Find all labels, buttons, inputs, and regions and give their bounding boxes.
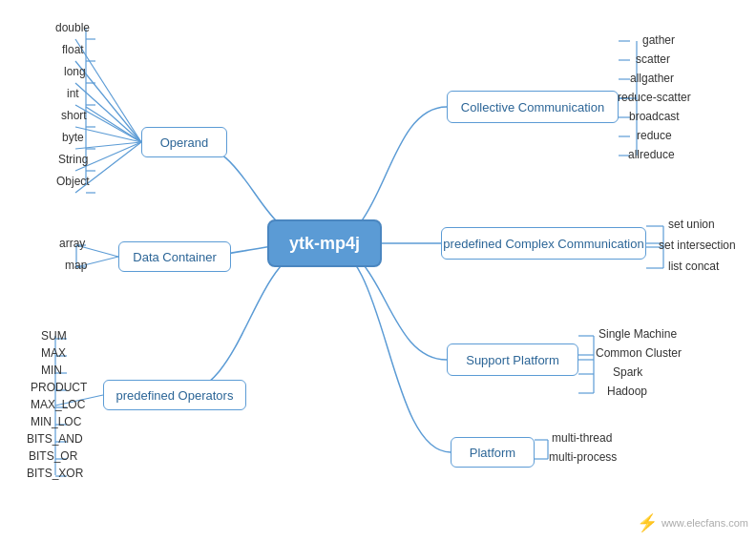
leaf-commoncluster: Common Cluster (596, 346, 682, 360)
leaf-allreduce: allreduce (628, 148, 675, 161)
leaf-reduce: reduce (637, 129, 672, 142)
center-node: ytk-mp4j (267, 219, 382, 267)
leaf-maxloc: MAX_LOC (31, 398, 85, 411)
leaf-reducescatter: reduce-scatter (618, 91, 691, 104)
leaf-short: short (61, 109, 87, 122)
predefined-operators-node: predefined Operators (103, 380, 246, 410)
leaf-float: float (62, 43, 84, 56)
leaf-multiprocess: multi-process (549, 450, 617, 464)
leaf-allgather: allgather (630, 72, 674, 85)
leaf-hadoop: Hadoop (607, 385, 647, 398)
leaf-singlemachine: Single Machine (598, 327, 677, 341)
leaf-scatter: scatter (636, 52, 670, 66)
leaf-minloc: MIN_LOC (31, 415, 81, 428)
data-container-node: Data Container (118, 241, 231, 272)
leaf-map: map (65, 259, 87, 272)
svg-line-5 (75, 142, 141, 149)
leaf-string: String (58, 153, 88, 166)
leaf-multithread: multi-thread (552, 431, 612, 445)
leaf-sum: SUM (41, 329, 67, 343)
leaf-spark: Spark (613, 365, 642, 379)
svg-line-4 (75, 127, 141, 142)
leaf-gather: gather (642, 33, 675, 47)
leaf-double: double (55, 21, 90, 34)
leaf-int: int (67, 87, 79, 100)
operand-node: Operand (141, 127, 227, 157)
collective-communication-node: Collective Communication (447, 91, 619, 123)
support-platform-node: Support Platform (447, 343, 578, 376)
watermark: ⚡ www.elecfans.com (637, 512, 748, 533)
predefined-complex-node: predefined Complex Communication (441, 227, 646, 260)
leaf-broadcast: broadcast (629, 110, 680, 123)
leaf-setunion: set union (668, 218, 715, 231)
platform-node: Platform (451, 437, 535, 468)
leaf-object: Object (56, 175, 90, 188)
leaf-min: MIN (41, 364, 62, 377)
leaf-setintersection: set intersection (659, 239, 736, 252)
svg-line-9 (86, 107, 141, 142)
leaf-bitsand: BITS_AND (27, 432, 83, 446)
leaf-array: array (59, 237, 85, 250)
leaf-bitsxor: BITS_XOR (27, 467, 83, 480)
leaf-listconcat: list concat (668, 260, 719, 273)
leaf-long: long (64, 65, 86, 78)
leaf-max: MAX (41, 346, 66, 360)
leaf-product: PRODUCT (31, 381, 87, 394)
leaf-bitsor: BITS_OR (29, 449, 77, 463)
svg-line-0 (75, 39, 141, 142)
leaf-byte: byte (62, 131, 84, 144)
